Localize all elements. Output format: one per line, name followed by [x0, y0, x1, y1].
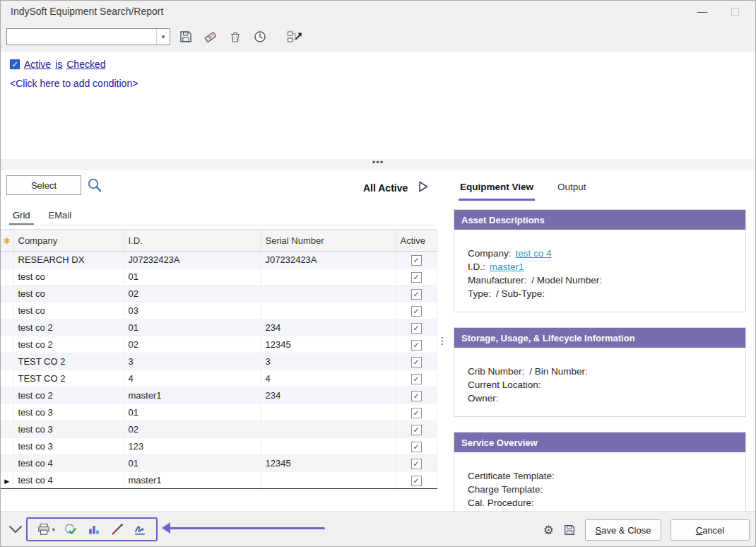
minimize-icon: — — [697, 6, 707, 17]
condition-operator-link[interactable]: is — [55, 59, 62, 70]
table-row[interactable]: test co 3 02 ✓ — [1, 421, 437, 438]
table-row[interactable]: TEST CO 2 3 3 ✓ — [1, 353, 437, 370]
cell-company: TEST CO 2 — [13, 353, 124, 370]
add-condition-link[interactable]: <Click here to add condition> — [10, 78, 138, 89]
table-row[interactable]: TEST CO 2 4 4 ✓ — [1, 370, 437, 387]
active-checkbox[interactable]: ✓ — [411, 459, 422, 469]
section-body: Company:test co 4 I.D.:master1 Manufactu… — [454, 230, 745, 312]
active-checkbox[interactable]: ✓ — [411, 374, 422, 384]
condition-value-link[interactable]: Checked — [66, 59, 105, 70]
check-icon: ✓ — [11, 60, 18, 69]
table-row[interactable]: test co 02 ✓ — [1, 286, 437, 302]
table-row[interactable]: ▶ test co 4 master1 ✓ — [1, 472, 437, 489]
cell-id: 01 — [124, 269, 261, 286]
run-search-icon[interactable] — [416, 180, 430, 194]
table-row[interactable]: test co 2 01 234 ✓ — [1, 319, 437, 336]
annotation-arrow — [162, 522, 326, 536]
tab-output[interactable]: Output — [556, 176, 588, 201]
tab-email[interactable]: EMail — [45, 207, 76, 225]
active-checkbox[interactable]: ✓ — [411, 340, 422, 351]
save-and-close-button[interactable]: Save & Close — [585, 519, 661, 541]
grid-corner-cell[interactable]: ✱ — [1, 230, 13, 252]
table-row[interactable]: test co 03 ✓ — [1, 302, 437, 319]
save-icon — [563, 524, 576, 536]
active-checkbox[interactable]: ✓ — [411, 442, 422, 452]
active-checkbox[interactable]: ✓ — [411, 408, 422, 418]
table-row[interactable]: test co 2 02 12345 ✓ — [1, 336, 437, 353]
print-button[interactable]: ▾ — [37, 522, 55, 536]
cell-serial: 234 — [261, 319, 396, 336]
design-report-icon — [110, 522, 124, 536]
chevron-down-icon[interactable] — [8, 522, 23, 536]
annotation-arrow-line — [168, 527, 325, 529]
table-row[interactable]: test co 4 01 12345 ✓ — [1, 455, 437, 472]
section-body: Certificate Template: Charge Template: C… — [454, 452, 745, 511]
design-report-button[interactable] — [110, 522, 124, 536]
combo-dropdown-button[interactable]: ▾ — [156, 29, 170, 45]
active-checkbox[interactable]: ✓ — [411, 272, 422, 283]
row-indicator-cell — [1, 269, 13, 286]
filter-preset-input[interactable] — [7, 29, 156, 45]
active-checkbox[interactable]: ✓ — [411, 391, 422, 401]
check-icon: ✓ — [413, 375, 419, 384]
print-dropdown-caret-icon: ▾ — [52, 527, 55, 533]
row-indicator-cell — [1, 252, 13, 269]
cell-serial: J07232423A — [261, 252, 396, 269]
col-header-company[interactable]: Company — [13, 230, 124, 252]
print-verify-button[interactable] — [64, 522, 78, 536]
scope-label[interactable]: All Active — [363, 182, 408, 194]
active-checkbox[interactable]: ✓ — [411, 357, 422, 367]
company-link[interactable]: test co 4 — [516, 248, 552, 259]
select-button[interactable]: Select — [6, 175, 81, 195]
filter-history-button[interactable] — [252, 28, 268, 45]
cancel-button[interactable]: Cancel — [671, 519, 750, 541]
maximize-button[interactable] — [719, 1, 751, 22]
save-filter-button[interactable] — [177, 28, 194, 45]
filter-toolbar-icons — [177, 28, 303, 45]
settings-button[interactable]: ⚙ — [543, 523, 554, 538]
report-button[interactable] — [87, 522, 101, 536]
active-checkbox[interactable]: ✓ — [411, 425, 422, 435]
row-indicator-cell — [1, 286, 13, 302]
active-checkbox[interactable]: ✓ — [411, 289, 422, 300]
accel: S — [596, 525, 602, 536]
cell-company: TEST CO 2 — [13, 370, 124, 387]
horizontal-splitter[interactable]: ••• — [1, 159, 755, 170]
filter-toolbar: ▾ — [1, 22, 755, 52]
manufacturer-label: Manufacturer: — [468, 275, 526, 286]
condition-field-link[interactable]: Active — [24, 59, 51, 70]
condition-checkbox[interactable]: ✓ — [10, 59, 20, 69]
batch-update-button[interactable] — [286, 28, 303, 45]
tab-grid[interactable]: Grid — [9, 207, 34, 225]
table-row[interactable]: test co 3 123 ✓ — [1, 438, 437, 455]
active-checkbox[interactable]: ✓ — [411, 255, 422, 266]
equipment-view-card: Asset Descriptions Company:test co 4 I.D… — [454, 209, 746, 511]
id-link[interactable]: master1 — [490, 261, 524, 272]
cell-serial — [261, 269, 396, 286]
minimize-button[interactable]: — — [686, 1, 719, 22]
cell-active: ✓ — [396, 438, 437, 455]
history-clock-icon — [253, 30, 267, 44]
table-row[interactable]: test co 01 ✓ — [1, 269, 437, 286]
table-row[interactable]: RESEARCH DX J07232423A J07232423A ✓ — [1, 252, 437, 269]
results-panel: Select All Active Grid EMail ✱ Company I… — [1, 170, 439, 511]
delete-filter-button[interactable] — [227, 28, 244, 45]
clear-filter-button[interactable] — [202, 28, 219, 45]
active-checkbox[interactable]: ✓ — [411, 306, 422, 317]
search-icon[interactable] — [86, 177, 103, 194]
cal-procedure-label: Cal. Procedure: — [468, 498, 534, 508]
tab-equipment-view[interactable]: Equipment View — [459, 176, 535, 201]
active-checkbox[interactable]: ✓ — [411, 323, 422, 334]
save-layout-button[interactable] — [563, 524, 576, 536]
signature-button[interactable] — [133, 522, 147, 536]
table-row[interactable]: test co 3 01 ✓ — [1, 404, 437, 421]
cell-active: ✓ — [396, 319, 437, 336]
active-checkbox[interactable]: ✓ — [411, 476, 422, 486]
vertical-splitter[interactable]: ⋮ — [439, 170, 446, 511]
col-header-active[interactable]: Active — [396, 230, 437, 252]
row-indicator-cell — [1, 455, 13, 472]
table-row[interactable]: test co 2 master1 234 ✓ — [1, 387, 437, 404]
cell-active: ✓ — [396, 336, 437, 353]
col-header-id[interactable]: I.D. — [124, 230, 261, 252]
col-header-serial[interactable]: Serial Number — [261, 230, 396, 252]
